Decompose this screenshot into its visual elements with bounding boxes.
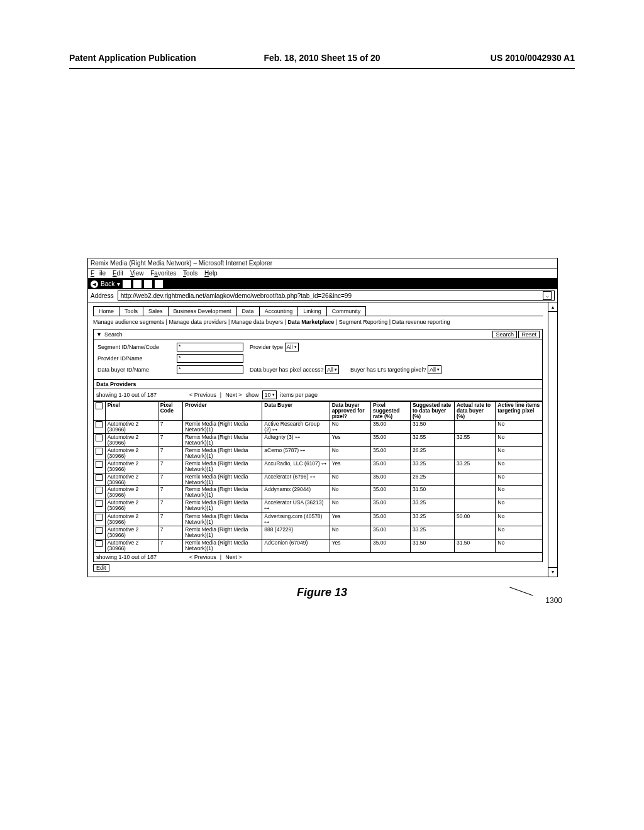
- row-checkbox[interactable]: [96, 434, 103, 441]
- sub-navigation: Manage audience segments | Manage data p…: [93, 316, 543, 329]
- row-checkbox[interactable]: [96, 514, 103, 521]
- tab-business-development[interactable]: Business Development: [169, 306, 237, 316]
- next-link[interactable]: Next >: [225, 392, 242, 398]
- row-checkbox[interactable]: [96, 448, 103, 455]
- cell-data-buyer: Accelerator USA (36213) ⊶: [262, 499, 330, 512]
- menu-view[interactable]: View: [130, 270, 144, 277]
- chevron-down-icon: ▾: [294, 345, 297, 350]
- cell-pixel-code: 7: [158, 460, 183, 473]
- table-row: Automotive 2 (30966)7Remix Media (Right …: [94, 473, 543, 486]
- link-icon[interactable]: ⊶: [295, 434, 300, 440]
- per-page-select[interactable]: 10▾: [262, 390, 276, 399]
- data-table: PixelPixel CodeProviderData BuyerData bu…: [93, 401, 543, 553]
- sublink[interactable]: Data revenue reporting: [392, 319, 450, 325]
- tab-accounting[interactable]: Accounting: [260, 306, 299, 316]
- cell-pixel-code: 7: [158, 473, 183, 486]
- vertical-scrollbar[interactable]: ▴ ▾: [548, 302, 557, 577]
- url-text: http://web2.dev.rightmedia.net/amlagkov/…: [121, 292, 352, 299]
- showing-text: showing 1-10 out of 187: [96, 392, 157, 398]
- cell-pixel-code: 7: [158, 420, 183, 433]
- sublink[interactable]: Manage audience segments: [93, 319, 164, 325]
- url-input[interactable]: http://web2.dev.rightmedia.net/amlagkov/…: [118, 290, 555, 301]
- cell-provider: Remix Media (Right Media Network)(1): [183, 460, 262, 473]
- prev-link[interactable]: < Previous: [189, 392, 216, 398]
- link-icon[interactable]: ⊶: [310, 474, 315, 480]
- reset-button[interactable]: Reset: [518, 331, 540, 338]
- sublink[interactable]: Manage data providers: [169, 319, 226, 325]
- row-checkbox[interactable]: [96, 461, 103, 468]
- cell-active-line-items: No: [496, 460, 543, 473]
- back-icon[interactable]: ◄: [91, 280, 98, 288]
- segment-label: Segment ID/Name/Code: [97, 344, 173, 350]
- tab-data[interactable]: Data: [237, 306, 260, 316]
- cell-suggested-buyer-rate: 31.50: [410, 420, 454, 433]
- tab-tools[interactable]: Tools: [119, 306, 143, 316]
- scroll-down-icon[interactable]: ▾: [548, 567, 557, 577]
- link-icon[interactable]: ⊶: [264, 519, 269, 525]
- publication-date: Feb. 18, 2010 Sheet 15 of 20: [264, 53, 380, 63]
- buyer-input[interactable]: *: [177, 365, 243, 374]
- cell-approved: No: [330, 486, 370, 499]
- cell-actual-rate: [454, 499, 495, 512]
- cell-data-buyer: Accelerator (6796) ⊶: [262, 473, 330, 486]
- link-icon[interactable]: ⊶: [300, 448, 305, 453]
- back-button[interactable]: Back: [101, 280, 114, 287]
- cell-pixel: Automotive 2 (30966): [105, 460, 158, 473]
- link-icon[interactable]: ⊶: [321, 461, 326, 467]
- next-link-bottom[interactable]: Next >: [225, 554, 242, 560]
- cell-active-line-items: No: [496, 434, 543, 447]
- refresh-icon[interactable]: [133, 280, 142, 288]
- row-checkbox[interactable]: [96, 500, 103, 507]
- cell-actual-rate: [454, 446, 495, 460]
- segment-input[interactable]: *: [177, 343, 243, 351]
- edit-button[interactable]: Edit: [93, 564, 109, 572]
- row-checkbox[interactable]: [96, 527, 103, 534]
- home-icon[interactable]: [144, 280, 152, 288]
- cell-suggested-rate: 35.00: [370, 512, 410, 526]
- cell-actual-rate: [454, 486, 495, 499]
- row-checkbox[interactable]: [96, 474, 103, 481]
- url-dropdown-icon[interactable]: ⌄: [543, 291, 552, 300]
- cell-provider: Remix Media (Right Media Network)(1): [183, 420, 262, 433]
- cell-active-line-items: No: [496, 499, 543, 512]
- provider-type-select[interactable]: All▾: [285, 343, 299, 351]
- sublink[interactable]: Segment Reporting: [339, 319, 388, 325]
- stop-icon[interactable]: [123, 280, 131, 288]
- menu-file[interactable]: File: [91, 270, 106, 277]
- column-header: Provider: [183, 402, 262, 421]
- scroll-track[interactable]: [548, 312, 557, 567]
- prev-link-bottom[interactable]: < Previous: [189, 554, 216, 560]
- pager-top: showing 1-10 out of 187 < Previous | Nex…: [93, 389, 543, 401]
- search-icon[interactable]: [155, 280, 163, 288]
- targeting-select[interactable]: All▾: [428, 365, 441, 374]
- tab-sales[interactable]: Sales: [143, 306, 169, 316]
- row-checkbox[interactable]: [96, 421, 103, 428]
- collapse-icon[interactable]: ▼: [96, 331, 102, 338]
- buyer-label: Data buyer ID/Name: [97, 367, 173, 373]
- link-icon[interactable]: ⊶: [264, 506, 269, 511]
- link-icon[interactable]: ⊶: [272, 427, 277, 433]
- cell-suggested-rate: 35.00: [370, 499, 410, 512]
- scroll-up-icon[interactable]: ▴: [548, 302, 557, 312]
- menu-help[interactable]: Help: [204, 270, 218, 277]
- tab-community[interactable]: Community: [327, 306, 367, 316]
- reference-number: 1300: [545, 596, 562, 605]
- select-all-checkbox[interactable]: [96, 402, 103, 409]
- menu-edit[interactable]: Edit: [113, 270, 123, 277]
- address-label: Address: [91, 292, 114, 299]
- menu-favorites[interactable]: Favorites: [150, 270, 176, 277]
- cell-actual-rate: 50.00: [454, 512, 495, 526]
- tab-linking[interactable]: Linking: [298, 306, 327, 316]
- search-button[interactable]: Search: [492, 331, 517, 338]
- table-row: Automotive 2 (30966)7Remix Media (Right …: [94, 499, 543, 512]
- provider-input[interactable]: *: [177, 354, 243, 363]
- row-checkbox[interactable]: [96, 540, 103, 547]
- sublink[interactable]: Manage data buyers: [231, 319, 283, 325]
- tab-home[interactable]: Home: [93, 306, 119, 316]
- pixel-access-select[interactable]: All▾: [325, 365, 339, 374]
- back-dropdown-icon[interactable]: ▾: [117, 280, 120, 287]
- sublink[interactable]: Data Marketplace: [287, 319, 334, 325]
- row-checkbox[interactable]: [96, 487, 103, 494]
- menu-tools[interactable]: Tools: [183, 270, 197, 277]
- cell-actual-rate: 32.55: [454, 434, 495, 447]
